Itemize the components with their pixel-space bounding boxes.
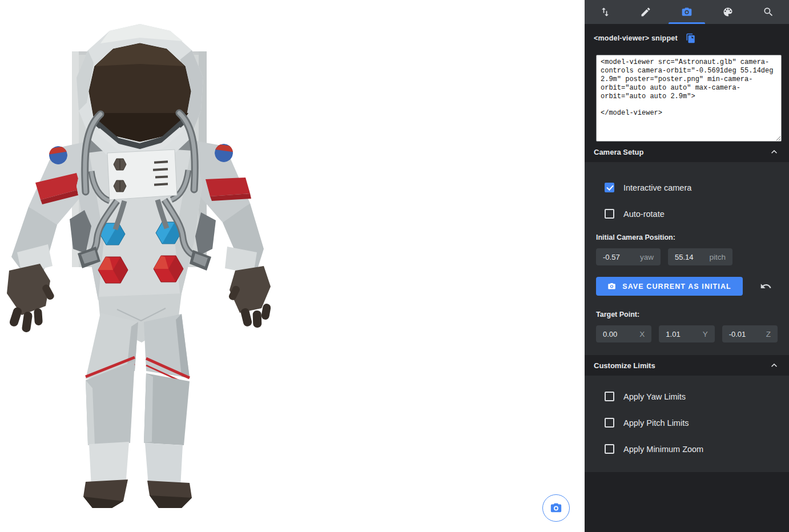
yaw-input[interactable]: -0.57 yaw <box>596 248 661 265</box>
save-button-label: SAVE CURRENT AS INITIAL <box>622 283 731 291</box>
yaw-unit-label: yaw <box>640 253 654 261</box>
screenshot-button[interactable] <box>542 494 570 522</box>
snippet-title: <model-viewer> snippet <box>594 34 678 42</box>
section-header-customize-limits[interactable]: Customize Limits <box>585 355 789 376</box>
apply-yaw-limits-checkbox[interactable] <box>605 392 614 401</box>
apply-pitch-limits-label: Apply Pitch Limits <box>623 418 689 428</box>
model-viewer-editor: <model-viewer> snippet <model-viewer src… <box>0 0 789 532</box>
pitch-input[interactable]: 55.14 pitch <box>668 248 732 265</box>
snippet-textarea[interactable]: <model-viewer src="Astronaut.glb" camera… <box>596 55 782 142</box>
camera-icon <box>550 502 562 514</box>
target-y-axis-label: Y <box>703 330 708 338</box>
target-z-input[interactable]: -0.01 Z <box>722 325 778 342</box>
target-y-input[interactable]: 1.01 Y <box>659 325 714 342</box>
apply-yaw-limits-row: Apply Yaw Limits <box>605 392 778 401</box>
tab-file-controls[interactable] <box>585 0 626 24</box>
initial-camera-position-inputs: -0.57 yaw 55.14 pitch <box>596 248 778 265</box>
apply-minimum-zoom-checkbox[interactable] <box>605 444 614 454</box>
initial-camera-position-label: Initial Camera Position: <box>596 233 778 241</box>
camera-icon <box>681 6 693 18</box>
target-point-inputs: 0.00 X 1.01 Y -0.01 Z <box>596 325 778 355</box>
camera-setup-title: Camera Setup <box>594 148 643 156</box>
pitch-unit-label: pitch <box>709 253 726 261</box>
tab-edit[interactable] <box>626 0 667 24</box>
pitch-value: 55.14 <box>675 253 694 261</box>
target-y-value: 1.01 <box>666 330 680 338</box>
apply-pitch-limits-row: Apply Pitch Limits <box>605 418 778 428</box>
save-row: SAVE CURRENT AS INITIAL <box>596 277 778 296</box>
toolbar <box>585 0 789 24</box>
import-export-icon <box>599 6 611 18</box>
tab-materials[interactable] <box>707 0 748 24</box>
pencil-icon <box>640 6 651 18</box>
undo-icon <box>760 280 772 292</box>
model-viewport[interactable] <box>0 0 585 532</box>
tab-camera[interactable] <box>666 0 707 24</box>
auto-rotate-row: Auto-rotate <box>605 209 778 219</box>
panel-filler <box>585 472 789 532</box>
undo-button[interactable] <box>760 280 772 292</box>
section-header-camera-setup[interactable]: Camera Setup <box>585 142 789 162</box>
customize-limits-title: Customize Limits <box>594 361 655 370</box>
target-point-label: Target Point: <box>596 311 778 319</box>
chevron-up-icon[interactable] <box>768 360 780 371</box>
target-x-value: 0.00 <box>603 330 617 338</box>
search-icon <box>763 6 774 18</box>
interactive-camera-row: Interactive camera <box>605 162 778 192</box>
target-z-axis-label: Z <box>766 330 771 338</box>
chevron-up-icon[interactable] <box>768 146 780 158</box>
editor-panel: <model-viewer> snippet <model-viewer src… <box>585 0 789 532</box>
palette-icon <box>722 6 734 18</box>
copy-icon <box>686 33 696 43</box>
apply-minimum-zoom-row: Apply Minimum Zoom <box>605 444 778 454</box>
target-z-value: -0.01 <box>729 330 746 338</box>
auto-rotate-label: Auto-rotate <box>623 209 665 219</box>
snippet-header: <model-viewer> snippet <box>585 24 789 50</box>
target-x-axis-label: X <box>639 330 645 338</box>
interactive-camera-checkbox[interactable] <box>605 183 614 192</box>
apply-minimum-zoom-label: Apply Minimum Zoom <box>623 445 703 454</box>
camera-icon <box>607 282 616 291</box>
astronaut-model <box>0 0 585 532</box>
apply-pitch-limits-checkbox[interactable] <box>605 418 614 428</box>
interactive-camera-label: Interactive camera <box>623 183 691 192</box>
apply-yaw-limits-label: Apply Yaw Limits <box>623 392 686 401</box>
customize-limits-section: Apply Yaw Limits Apply Pitch Limits Appl… <box>585 376 789 472</box>
copy-snippet-button[interactable] <box>686 33 696 43</box>
target-x-input[interactable]: 0.00 X <box>596 325 651 342</box>
tab-inspector[interactable] <box>748 0 789 24</box>
yaw-value: -0.57 <box>603 253 620 261</box>
auto-rotate-checkbox[interactable] <box>605 209 614 219</box>
camera-setup-section: Interactive camera Auto-rotate Initial C… <box>585 162 789 355</box>
save-current-as-initial-button[interactable]: SAVE CURRENT AS INITIAL <box>596 277 743 296</box>
